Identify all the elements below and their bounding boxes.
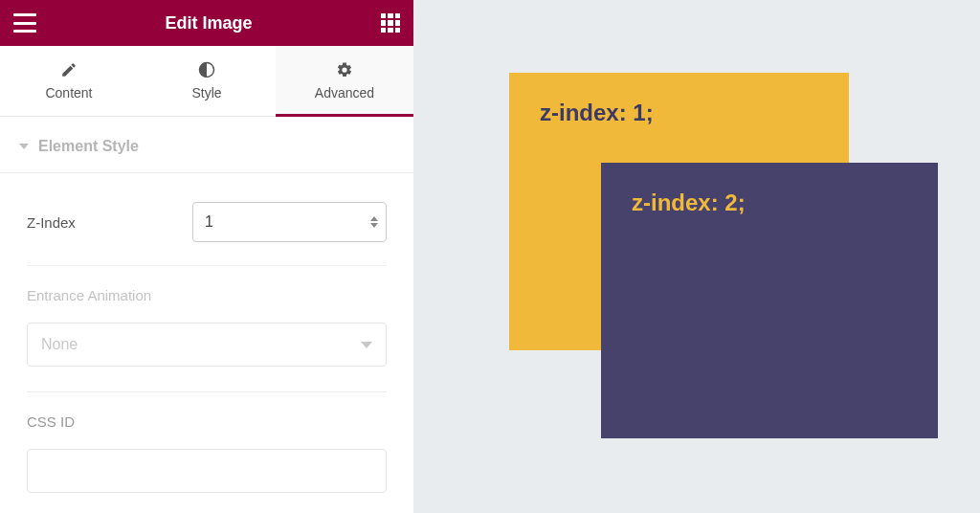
field-zindex: Z-Index 1 <box>27 192 387 266</box>
preview-canvas: z-index: 1; z-index: 2; <box>413 0 980 513</box>
editor-panel: Edit Image Content Style Advanced <box>0 0 413 513</box>
section-element-style: Element Style Z-Index 1 Entrance Animati… <box>0 117 413 493</box>
header-title: Edit Image <box>165 13 252 33</box>
number-stepper[interactable] <box>370 216 378 228</box>
pencil-icon <box>60 61 78 78</box>
menu-icon[interactable] <box>13 13 36 33</box>
box1-text: z-index: 1; <box>540 100 654 125</box>
entrance-label: Entrance Animation <box>27 287 387 303</box>
gear-icon <box>336 61 353 78</box>
fields: Z-Index 1 Entrance Animation None <box>0 173 413 493</box>
tab-content-label: Content <box>45 85 92 100</box>
zindex-value: 1 <box>205 213 213 231</box>
apps-icon[interactable] <box>381 13 400 33</box>
tab-advanced[interactable]: Advanced <box>276 46 413 116</box>
zindex-input[interactable]: 1 <box>192 202 387 242</box>
tab-advanced-label: Advanced <box>315 85 374 100</box>
tabs: Content Style Advanced <box>0 46 413 117</box>
cssid-label: CSS ID <box>27 413 387 430</box>
zindex-demo-box-2: z-index: 2; <box>601 163 938 438</box>
field-entrance-animation: Entrance Animation None <box>27 266 387 392</box>
contrast-icon <box>198 61 215 78</box>
entrance-select[interactable]: None <box>27 323 387 367</box>
box2-text: z-index: 2; <box>632 190 746 215</box>
entrance-value: None <box>41 336 78 353</box>
tab-style-label: Style <box>191 85 221 100</box>
section-toggle[interactable]: Element Style <box>0 117 413 173</box>
tab-content[interactable]: Content <box>0 46 138 116</box>
zindex-label: Z-Index <box>27 214 192 231</box>
field-css-id: CSS ID <box>27 392 387 493</box>
chevron-down-icon <box>19 144 29 149</box>
panel-header: Edit Image <box>0 0 413 46</box>
tab-style[interactable]: Style <box>138 46 276 116</box>
stepper-down-icon[interactable] <box>370 223 378 228</box>
cssid-input[interactable] <box>27 449 387 493</box>
stepper-up-icon[interactable] <box>370 216 378 221</box>
dropdown-icon <box>361 342 372 348</box>
section-title: Element Style <box>38 138 139 155</box>
